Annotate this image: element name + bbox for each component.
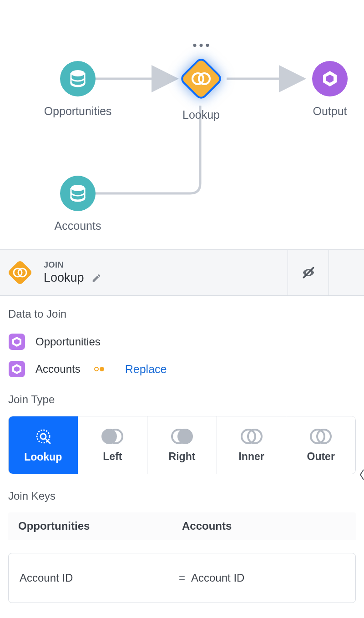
svg-point-2 [71,70,85,76]
lookup-type-icon [33,427,54,446]
edit-name-button[interactable] [91,273,101,283]
recipe-canvas[interactable]: Opportunities Accounts [0,0,364,249]
node-accounts[interactable]: Accounts [39,176,116,233]
join-key-left: Account ID [20,572,173,584]
join-keys-header: Opportunities Accounts [8,512,356,540]
section-title-join-keys: Join Keys [8,490,356,502]
replace-link[interactable]: Replace [125,363,167,376]
join-key-row[interactable]: Account ID = Account ID [8,553,356,603]
eye-off-icon [301,265,316,280]
node-output[interactable]: Output [309,61,350,118]
join-type-inner[interactable]: Inner [217,416,287,474]
join-type-left[interactable]: Left [78,416,148,474]
node-label: Lookup [179,108,223,122]
source-name: Opportunities [35,335,101,348]
panel-kicker: JOIN [44,260,101,270]
collapse-chevron-icon[interactable] [359,469,364,481]
join-type-right[interactable]: Right [147,416,217,474]
node-lookup[interactable]: Lookup [179,56,223,122]
join-key-op: = [173,572,191,584]
venn-left-icon [101,428,124,445]
panel-extra-button[interactable] [329,250,364,295]
node-opportunities[interactable]: Opportunities [39,61,116,118]
section-title-join-type: Join Type [8,393,356,406]
source-row: Accounts Replace [8,358,356,380]
source-name: Accounts [35,363,81,375]
node-label: Accounts [39,219,116,233]
join-keys-header-right: Accounts [182,520,346,532]
section-title-data-to-join: Data to Join [8,308,356,320]
status-dots-icon [94,367,104,371]
node-label: Output [309,105,350,118]
source-row: Opportunities [8,330,356,353]
panel-name: Lookup [44,271,84,285]
join-type-lookup[interactable]: Lookup [9,416,78,474]
toggle-preview-button[interactable] [288,250,329,295]
join-icon [6,259,34,286]
source-hex-icon [8,360,25,378]
panel-header: JOIN Lookup [0,249,364,296]
join-type-group: Lookup Left Right Inner [8,416,356,474]
source-hex-icon [8,333,25,350]
svg-rect-9 [7,260,33,286]
svg-rect-4 [180,57,222,100]
venn-inner-icon [240,428,263,445]
node-label: Opportunities [39,105,116,118]
join-type-outer[interactable]: Outer [286,416,355,474]
join-key-right: Account ID [191,572,344,584]
venn-outer-icon [309,428,333,445]
venn-right-icon [170,428,194,445]
panel-body: Data to Join Opportunities Accounts Repl… [0,296,364,603]
node-overflow-menu[interactable] [193,44,209,47]
join-keys-header-left: Opportunities [18,520,182,532]
svg-point-3 [71,185,85,191]
svg-point-20 [40,434,46,439]
